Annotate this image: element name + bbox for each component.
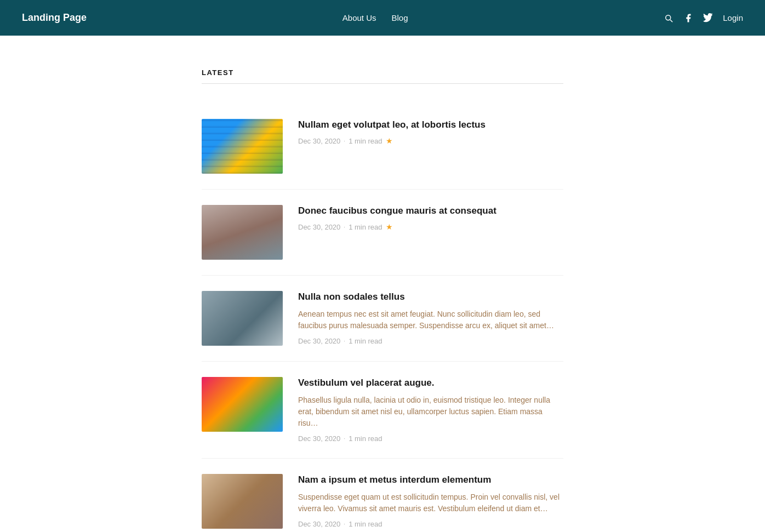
article-meta: Dec 30, 2020·1 min read★ (298, 222, 563, 231)
article-excerpt: Aenean tempus nec est sit amet feugiat. … (298, 308, 563, 331)
article-date: Dec 30, 2020 (298, 223, 340, 231)
article-content-2: Donec faucibus congue mauris at consequa… (298, 205, 563, 231)
article-content-1: Nullam eget volutpat leo, at lobortis le… (298, 119, 563, 145)
article-date: Dec 30, 2020 (298, 137, 340, 145)
twitter-button[interactable] (703, 13, 713, 23)
star-icon: ★ (386, 136, 393, 145)
article-thumb-3 (202, 291, 283, 346)
article-date: Dec 30, 2020 (298, 520, 340, 528)
article-dot: · (344, 521, 345, 527)
login-button[interactable]: Login (723, 13, 743, 22)
article-excerpt: Phasellus ligula nulla, lacinia ut odio … (298, 394, 563, 429)
article-item[interactable]: Vestibulum vel placerat augue.Phasellus … (202, 362, 563, 459)
article-date: Dec 30, 2020 (298, 337, 340, 345)
article-meta: Dec 30, 2020·1 min read (298, 434, 563, 443)
nav-about-us[interactable]: About Us (342, 13, 376, 22)
site-header: Landing Page About Us Blog Login (0, 0, 765, 36)
article-dot: · (344, 436, 345, 442)
article-read-time: 1 min read (349, 337, 382, 345)
article-dot: · (344, 138, 345, 144)
article-meta: Dec 30, 2020·1 min read★ (298, 136, 563, 145)
nav-blog[interactable]: Blog (391, 13, 408, 22)
site-logo[interactable]: Landing Page (22, 12, 87, 24)
article-dot: · (344, 338, 345, 344)
article-excerpt: Suspendisse eget quam ut est sollicitudi… (298, 491, 563, 514)
main-content: LATEST Nullam eget volutpat leo, at lobo… (191, 36, 574, 532)
article-read-time: 1 min read (349, 520, 382, 528)
article-content-5: Nam a ipsum et metus interdum elementumS… (298, 474, 563, 528)
search-icon (664, 13, 673, 23)
article-read-time: 1 min read (349, 137, 382, 145)
article-read-time: 1 min read (349, 434, 382, 443)
article-thumb-1 (202, 119, 283, 174)
search-button[interactable] (664, 13, 673, 23)
article-thumb-4 (202, 377, 283, 432)
article-meta: Dec 30, 2020·1 min read (298, 520, 563, 528)
main-nav: About Us Blog (342, 13, 408, 22)
section-divider (202, 83, 563, 84)
section-label: LATEST (202, 68, 563, 77)
star-icon: ★ (386, 222, 393, 231)
facebook-icon (683, 13, 693, 23)
article-meta: Dec 30, 2020·1 min read (298, 337, 563, 345)
article-item[interactable]: Nam a ipsum et metus interdum elementumS… (202, 459, 563, 532)
article-content-3: Nulla non sodales tellusAenean tempus ne… (298, 291, 563, 345)
article-item[interactable]: Nullam eget volutpat leo, at lobortis le… (202, 104, 563, 190)
article-list: Nullam eget volutpat leo, at lobortis le… (202, 104, 563, 532)
facebook-button[interactable] (683, 13, 693, 23)
article-thumb-2 (202, 205, 283, 260)
article-dot: · (344, 224, 345, 230)
article-read-time: 1 min read (349, 223, 382, 231)
article-date: Dec 30, 2020 (298, 434, 340, 443)
article-title: Nam a ipsum et metus interdum elementum (298, 474, 563, 486)
article-item[interactable]: Nulla non sodales tellusAenean tempus ne… (202, 276, 563, 362)
article-title: Donec faucibus congue mauris at consequa… (298, 205, 563, 217)
article-thumb-5 (202, 474, 283, 529)
twitter-icon (703, 13, 713, 23)
article-title: Nulla non sodales tellus (298, 291, 563, 303)
article-title: Nullam eget volutpat leo, at lobortis le… (298, 119, 563, 131)
article-title: Vestibulum vel placerat augue. (298, 377, 563, 389)
article-item[interactable]: Donec faucibus congue mauris at consequa… (202, 190, 563, 276)
header-actions: Login (664, 13, 743, 23)
article-content-4: Vestibulum vel placerat augue.Phasellus … (298, 377, 563, 443)
